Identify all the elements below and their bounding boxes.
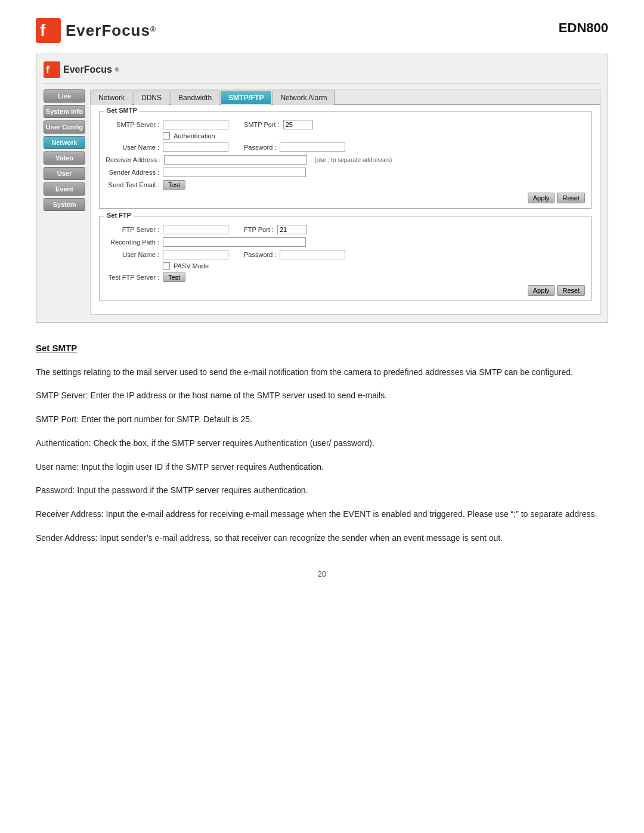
smtp-section-title: Set SMTP xyxy=(104,107,140,114)
ftp-recording-input[interactable] xyxy=(163,237,306,247)
ftp-server-row: FTP Server : FTP Port : xyxy=(106,225,585,234)
tab-network-alarm[interactable]: Network Alarm xyxy=(273,91,335,105)
ftp-apply-button[interactable]: Apply xyxy=(528,285,555,296)
smtp-server-row: SMTP Server : SMTP Port : xyxy=(106,120,585,129)
tab-network[interactable]: Network xyxy=(91,91,132,105)
smtp-username-row: User Name : Password : xyxy=(106,143,585,152)
smtp-auth-row: Authentication xyxy=(106,132,585,140)
sidebar-item-system[interactable]: System xyxy=(44,198,85,211)
sidebar-item-network[interactable]: Network xyxy=(44,136,85,149)
smtp-sender-label: Sender Address : xyxy=(106,169,159,176)
panel-smtp-ftp: Set SMTP SMTP Server : SMTP Port : xyxy=(91,105,600,314)
content-area: Network DDNS Bandwidth SMTP/FTP Network … xyxy=(90,89,600,315)
inner-logo-sup: ® xyxy=(115,67,119,73)
ftp-password-input[interactable] xyxy=(280,250,345,259)
smtp-receiver-input[interactable] xyxy=(164,155,307,165)
ftp-test-button[interactable]: Test xyxy=(163,272,185,282)
sidebar-item-user[interactable]: User xyxy=(44,167,85,180)
ftp-pasv-label: PASV Mode xyxy=(174,262,209,270)
smtp-section-content: SMTP Server : SMTP Port : Authentication xyxy=(106,120,585,203)
smtp-btn-row: Apply Reset xyxy=(106,193,585,203)
inner-logo: f EverFocus® xyxy=(44,61,119,78)
everfocus-logo-icon: f xyxy=(36,18,61,43)
doc-para-6: Receiver Address: Input the e-mail addre… xyxy=(36,507,608,522)
smtp-test-row: Send Test Email : Test xyxy=(106,180,585,190)
ftp-btn-row: Apply Reset xyxy=(106,285,585,296)
svg-text:f: f xyxy=(40,21,46,39)
sidebar-item-system-info[interactable]: System Info xyxy=(44,105,85,118)
ftp-server-label: FTP Server : xyxy=(106,226,159,233)
tab-smtp-ftp[interactable]: SMTP/FTP xyxy=(221,91,271,105)
tabs-bar: Network DDNS Bandwidth SMTP/FTP Network … xyxy=(91,90,600,105)
inner-logo-icon: f xyxy=(44,61,60,78)
smtp-sender-row: Sender Address : xyxy=(106,168,585,177)
smtp-test-button[interactable]: Test xyxy=(163,180,185,190)
smtp-password-input[interactable] xyxy=(280,143,345,152)
smtp-server-input[interactable] xyxy=(163,120,228,129)
doc-para-0: The settings relating to the mail server… xyxy=(36,366,608,380)
ftp-pasv-checkbox[interactable] xyxy=(163,262,170,270)
page-header: f EverFocus® EDN800 xyxy=(36,18,608,43)
ftp-test-row: Test FTP Server : Test xyxy=(106,272,585,282)
sidebar-item-live[interactable]: Live xyxy=(44,89,85,103)
ftp-pasv-row: PASV Mode xyxy=(106,262,585,270)
ftp-section-content: FTP Server : FTP Port : Recording Path : xyxy=(106,225,585,296)
ftp-server-input[interactable] xyxy=(163,225,228,234)
doc-heading: Set SMTP xyxy=(36,340,608,356)
smtp-receiver-label: Receiver Address : xyxy=(106,156,160,163)
inner-logo-text: EverFocus xyxy=(63,64,112,75)
smtp-reset-button[interactable]: Reset xyxy=(557,193,585,203)
ftp-username-row: User Name : Password : xyxy=(106,250,585,259)
smtp-port-label: SMTP Port : xyxy=(244,121,280,128)
ui-main: Live System Info User Config Network Vid… xyxy=(44,89,600,315)
ftp-section-title: Set FTP xyxy=(104,212,134,219)
sidebar-item-user-config[interactable]: User Config xyxy=(44,120,85,134)
model-name: EDN800 xyxy=(559,18,608,36)
smtp-password-label: Password : xyxy=(244,144,276,151)
tab-bandwidth[interactable]: Bandwidth xyxy=(171,91,219,105)
ui-box-header: f EverFocus® xyxy=(44,61,600,83)
smtp-receiver-note: (use ; to separate addresses) xyxy=(314,157,392,163)
ftp-recording-row: Recording Path : xyxy=(106,237,585,247)
smtp-username-label: User Name : xyxy=(106,144,159,151)
smtp-sender-input[interactable] xyxy=(163,168,306,177)
ftp-section: Set FTP FTP Server : FTP Port : Recordin… xyxy=(99,216,592,301)
doc-content: Set SMTP The settings relating to the ma… xyxy=(36,340,608,546)
smtp-auth-checkbox[interactable] xyxy=(163,132,170,140)
sidebar: Live System Info User Config Network Vid… xyxy=(44,89,85,315)
ftp-username-label: User Name : xyxy=(106,251,159,258)
sidebar-item-video[interactable]: Video xyxy=(44,151,85,165)
smtp-apply-button[interactable]: Apply xyxy=(528,193,555,203)
ftp-username-input[interactable] xyxy=(163,250,228,259)
doc-para-4: User name: Input the login user ID if th… xyxy=(36,460,608,475)
doc-para-2: SMTP Port: Enter the port number for SMT… xyxy=(36,413,608,427)
smtp-server-label: SMTP Server : xyxy=(106,121,159,128)
smtp-section: Set SMTP SMTP Server : SMTP Port : xyxy=(99,111,592,209)
main-logo-sup: ® xyxy=(150,26,156,34)
ftp-reset-button[interactable]: Reset xyxy=(557,285,585,296)
tab-ddns[interactable]: DDNS xyxy=(134,91,169,105)
ftp-password-label: Password : xyxy=(244,251,276,258)
doc-para-7: Sender Address: Input sender’s e-mail ad… xyxy=(36,531,608,546)
sidebar-item-event[interactable]: Event xyxy=(44,182,85,196)
smtp-receiver-row: Receiver Address : (use ; to separate ad… xyxy=(106,155,585,165)
ftp-recording-label: Recording Path : xyxy=(106,239,159,246)
main-logo: f EverFocus® xyxy=(36,18,156,43)
smtp-port-input[interactable] xyxy=(283,120,313,129)
doc-para-3: Authentication: Check the box, if the SM… xyxy=(36,436,608,451)
smtp-send-test-label: Send Test Email : xyxy=(106,181,159,188)
smtp-username-input[interactable] xyxy=(163,143,228,152)
smtp-auth-label: Authentication xyxy=(174,132,215,140)
ftp-test-server-label: Test FTP Server : xyxy=(106,274,159,281)
main-logo-text: EverFocus xyxy=(66,21,150,39)
ftp-port-label: FTP Port : xyxy=(244,226,274,233)
svg-text:f: f xyxy=(46,64,50,76)
ftp-port-input[interactable] xyxy=(277,225,307,234)
doc-para-1: SMTP Server: Enter the IP address or the… xyxy=(36,389,608,403)
ui-box: f EverFocus® Live System Info User Confi… xyxy=(36,54,608,323)
page-number: 20 xyxy=(36,569,608,578)
doc-para-5: Password: Input the password if the SMTP… xyxy=(36,484,608,498)
